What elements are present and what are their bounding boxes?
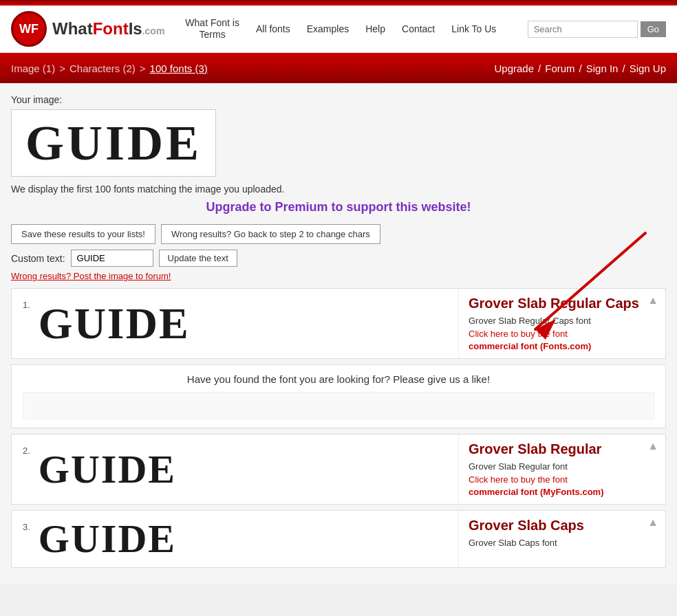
top-bar	[0, 0, 677, 6]
uploaded-image-box: GUIDE	[11, 109, 216, 177]
breadcrumb-characters: Characters (2)	[69, 63, 136, 74]
font-result-3: 3. GUIDE ▲ Grover Slab Caps Grover Slab …	[11, 510, 666, 568]
save-results-button[interactable]: Save these results to your lists!	[11, 224, 155, 244]
breadcrumb-sep1: /	[538, 63, 541, 74]
font-result-right-3: ▲ Grover Slab Caps Grover Slab Caps font	[459, 511, 665, 567]
font-buy-link-2[interactable]: Click here to buy the font	[469, 474, 656, 485]
wrong-post-link[interactable]: Wrong results? Post the image to forum!	[11, 271, 171, 281]
font-star-2: ▲	[647, 440, 658, 452]
nav-contact[interactable]: Contact	[402, 23, 435, 34]
wrong-post: Wrong results? Post the image to forum!	[11, 271, 666, 281]
font-result-right-1: ▲ Grover Slab Regular Caps Grover Slab R…	[459, 289, 665, 358]
logo-is: Is	[129, 19, 142, 38]
font-desc-3: Grover Slab Caps font	[469, 538, 656, 548]
search-area: Go	[528, 21, 666, 38]
font-star-1: ▲	[647, 294, 658, 307]
font-desc-1: Grover Slab Regular Caps font	[469, 316, 656, 326]
your-image-label: Your image:	[11, 94, 666, 105]
font-number-2: 2.	[23, 443, 30, 456]
font-result-1-wrapper: 1. GUIDE ▲ Grover Slab Regular Caps Grov…	[11, 288, 666, 359]
breadcrumb-forum[interactable]: Forum	[545, 63, 574, 74]
breadcrumb-bar: Image (1) > Characters (2) > 100 fonts (…	[0, 53, 677, 83]
uploaded-image-text: GUIDE	[25, 118, 202, 168]
font-commercial-1: commercial font (Fonts.com)	[469, 341, 591, 351]
font-commercial-2: commercial font (MyFonts.com)	[469, 487, 603, 497]
breadcrumb-right: Upgrade / Forum / Sign In / Sign Up	[495, 63, 666, 74]
main-content: Your image: GUIDE We display the first 1…	[0, 83, 677, 584]
like-placeholder	[23, 392, 654, 419]
logo-font: Font	[93, 19, 129, 38]
custom-text-input[interactable]	[71, 250, 153, 267]
logo-link[interactable]: WF WhatFontIs.com	[11, 11, 164, 47]
font-buy-link-1[interactable]: Click here to buy the font	[469, 329, 656, 339]
logo-text: WhatFontIs.com	[52, 19, 164, 38]
custom-text-label: Custom text:	[11, 253, 65, 264]
breadcrumb-image: Image (1)	[11, 63, 55, 74]
breadcrumb-sign-up[interactable]: Sign Up	[630, 63, 666, 74]
logo-icon: WF	[11, 11, 47, 47]
action-buttons: Save these results to your lists! Wrong …	[11, 224, 666, 244]
breadcrumb-fonts[interactable]: 100 fonts (3)	[150, 63, 208, 74]
font-result-left-1: 1. GUIDE	[12, 289, 459, 358]
font-star-3: ▲	[647, 516, 658, 529]
font-desc-2: Grover Slab Regular font	[469, 461, 656, 472]
breadcrumb-arrow1: >	[59, 63, 65, 74]
font-result-left-3: 3. GUIDE	[12, 511, 459, 567]
wrong-results-button[interactable]: Wrong results? Go back to step 2 to chan…	[161, 224, 380, 244]
font-result-left-2: 2. GUIDE	[12, 434, 459, 504]
breadcrumb-sep2: /	[579, 63, 582, 74]
logo-com: .com	[142, 25, 165, 36]
font-result-right-2: ▲ Grover Slab Regular Grover Slab Regula…	[459, 434, 665, 504]
breadcrumb-sign-in[interactable]: Sign In	[586, 63, 619, 74]
font-preview-1: GUIDE	[39, 302, 190, 346]
like-bar: Have you found the font you are looking …	[11, 364, 666, 428]
nav-all-fonts[interactable]: All fonts	[256, 23, 290, 34]
search-input[interactable]	[528, 21, 638, 38]
nav-link-to-us[interactable]: Link To Us	[451, 23, 496, 34]
search-button[interactable]: Go	[641, 21, 666, 37]
upgrade-text: Upgrade to Premium to support this websi…	[11, 200, 666, 214]
font-name-3: Grover Slab Caps	[469, 518, 656, 534]
font-number-1: 1.	[23, 297, 30, 310]
font-result-2: 2. GUIDE ▲ Grover Slab Regular Grover Sl…	[11, 434, 666, 505]
font-preview-2: GUIDE	[39, 450, 176, 490]
breadcrumb-left: Image (1) > Characters (2) > 100 fonts (…	[11, 63, 208, 74]
info-text: We display the first 100 fonts matching …	[11, 184, 666, 195]
update-text-button[interactable]: Update the text	[159, 250, 237, 267]
font-result-1: 1. GUIDE ▲ Grover Slab Regular Caps Grov…	[11, 288, 666, 359]
font-preview-3: GUIDE	[39, 519, 176, 559]
breadcrumb-arrow2: >	[140, 63, 146, 74]
nav-help[interactable]: Help	[365, 23, 385, 34]
font-name-1: Grover Slab Regular Caps	[469, 296, 656, 311]
nav-examples[interactable]: Examples	[307, 23, 349, 34]
font-name-2: Grover Slab Regular	[469, 441, 656, 457]
nav-links: What Font is Terms All fonts Examples He…	[185, 17, 506, 41]
logo-what: What	[52, 19, 93, 38]
font-number-3: 3.	[23, 519, 30, 532]
breadcrumb-upgrade[interactable]: Upgrade	[495, 63, 535, 74]
breadcrumb-sep3: /	[622, 63, 625, 74]
header: WF WhatFontIs.com What Font is Terms All…	[0, 6, 677, 53]
nav-what-font-terms[interactable]: What Font is Terms	[185, 17, 239, 41]
like-bar-text: Have you found the font you are looking …	[23, 373, 654, 385]
custom-text-row: Custom text: Update the text	[11, 250, 666, 267]
